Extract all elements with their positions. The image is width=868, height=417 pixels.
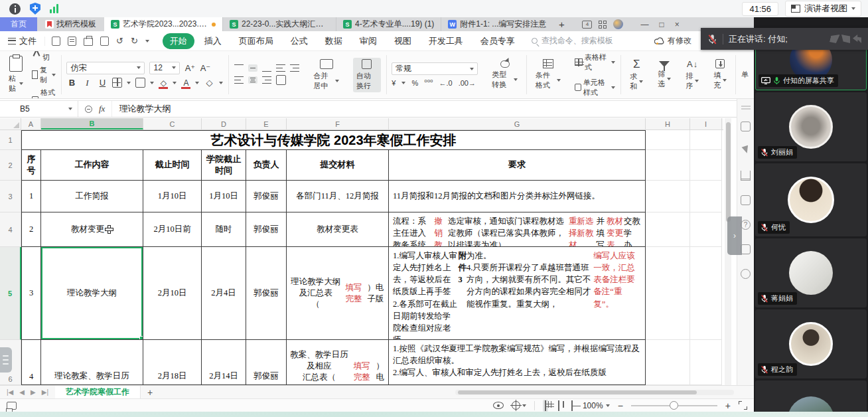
cell[interactable] xyxy=(690,150,722,181)
cell[interactable]: 教案、教学日历及相应 汇总表（填写完整）电 xyxy=(287,340,389,385)
header-cell[interactable]: 提交材料 xyxy=(287,150,389,181)
zoom-out-button[interactable]: − xyxy=(618,400,623,411)
ribbon-tab-devtools[interactable]: 开发工具 xyxy=(421,33,470,49)
account-avatar[interactable] xyxy=(613,19,623,29)
ribbon-tab-view[interactable]: 视图 xyxy=(387,33,419,49)
shading-button[interactable] xyxy=(135,78,145,88)
format-painter-button[interactable]: 格式刷 xyxy=(32,88,55,100)
horizontal-scrollbar-thumb[interactable] xyxy=(458,390,697,394)
col-header-E[interactable]: E xyxy=(246,118,287,129)
cell[interactable] xyxy=(690,340,722,385)
borders-button[interactable] xyxy=(112,78,122,88)
zoom-level[interactable]: 100% xyxy=(583,401,610,410)
horizontal-scrollbar[interactable] xyxy=(455,390,734,395)
next-sheet-button[interactable]: ▶ xyxy=(31,388,36,396)
panel-expand-handle[interactable]: › xyxy=(727,216,742,255)
snapshot-icon[interactable] xyxy=(741,195,751,205)
cell[interactable]: 教材变更表 xyxy=(287,212,389,247)
filter-button[interactable]: 筛选 xyxy=(654,60,674,90)
italic-button[interactable]: I xyxy=(82,78,92,88)
undo-icon[interactable]: ↺ xyxy=(116,37,123,45)
cell[interactable]: 2月14日 xyxy=(202,340,246,385)
cell[interactable] xyxy=(646,150,690,181)
modified-status[interactable]: 有修改 xyxy=(654,35,691,46)
align-right-button[interactable] xyxy=(262,76,271,84)
align-left-button[interactable] xyxy=(234,76,244,84)
name-box[interactable]: B5 xyxy=(0,101,78,117)
ribbon-tab-pagelayout[interactable]: 页面布局 xyxy=(232,33,281,49)
col-header-B[interactable]: B xyxy=(41,118,143,129)
justify-button[interactable] xyxy=(276,75,286,85)
doc-tab[interactable]: S 4-艺术专业单....19) (1) xyxy=(336,17,441,31)
cell[interactable]: 1月10日 xyxy=(143,181,202,212)
select-cursor-icon[interactable] xyxy=(741,146,751,156)
increase-decimal-button[interactable]: ←.0 xyxy=(439,79,452,87)
cell[interactable] xyxy=(646,247,690,340)
doc-tab[interactable]: W 附件1-1: ...编写安排注意 xyxy=(441,17,553,31)
cell[interactable]: 工作简报 xyxy=(41,181,143,212)
workspace-grid-icon[interactable] xyxy=(599,21,607,29)
row-header-2[interactable]: 2 xyxy=(0,150,21,181)
header-cell[interactable]: 负责人 xyxy=(246,150,287,181)
view-mode-button[interactable]: 演讲者视图 xyxy=(785,1,861,17)
number-format-select[interactable]: 常规 xyxy=(392,62,478,75)
table-style-button[interactable]: 表格样式 xyxy=(575,52,615,72)
doc-tab-active[interactable]: S 艺术学院2023...2023.1.6 xyxy=(104,17,222,31)
percent-button[interactable]: % xyxy=(411,79,418,87)
col-header-G[interactable]: G xyxy=(389,118,646,129)
align-top-button[interactable] xyxy=(234,64,244,72)
eye-protect-icon[interactable] xyxy=(493,402,504,409)
col-header-C[interactable]: C xyxy=(143,118,202,129)
skill-icon[interactable] xyxy=(741,269,751,279)
clear-format-button[interactable]: ◇ xyxy=(204,78,214,88)
align-middle-button[interactable] xyxy=(248,64,257,72)
cell[interactable]: 2 xyxy=(21,212,41,247)
col-header-H[interactable]: H xyxy=(646,118,690,129)
header-cell[interactable]: 序号 xyxy=(21,150,41,181)
page-break-view-button[interactable] xyxy=(569,400,575,412)
zoom-out-icon[interactable] xyxy=(85,106,92,113)
cell[interactable]: 1.编写人审核人审定人先打姓名上去，等返校后在纸质版上再手签 2.各系部可在截止… xyxy=(389,247,646,340)
font-name-select[interactable]: 仿宋 xyxy=(66,62,145,74)
export-icon[interactable] xyxy=(68,37,76,46)
ribbon-tab-member[interactable]: 会员专享 xyxy=(473,33,522,49)
type-convert-button[interactable]: 类型转换 xyxy=(488,59,521,91)
cell-style-button[interactable]: 单元格样式 xyxy=(575,78,615,98)
col-header-F[interactable]: F xyxy=(287,118,389,129)
doc-tab[interactable]: S 22-23-0...实践大纲汇总表 xyxy=(222,17,336,31)
minimize-button[interactable]: — xyxy=(640,20,648,29)
sum-button[interactable]: Σ 求和 xyxy=(626,57,646,93)
decrease-indent-button[interactable] xyxy=(276,64,285,72)
cell[interactable]: 3 xyxy=(21,247,41,340)
ribbon-tab-formula[interactable]: 公式 xyxy=(283,33,315,49)
header-cell[interactable]: 工作内容 xyxy=(41,150,143,181)
participant-tile[interactable]: 蒋娟娟 xyxy=(755,238,867,307)
row-header-4[interactable]: 4 xyxy=(0,212,21,247)
header-cell[interactable]: 截止时间 xyxy=(143,150,202,181)
launcher-icon[interactable] xyxy=(741,122,751,131)
maximize-button[interactable]: □ xyxy=(659,20,664,29)
header-cell[interactable]: 要求 xyxy=(389,150,646,181)
new-tab-button[interactable]: + xyxy=(553,17,570,31)
cell[interactable] xyxy=(646,130,690,150)
formula-input[interactable]: 理论教学大纲 xyxy=(112,101,177,117)
cell[interactable]: 理论教学大纲及汇总表 （填写完整）电子版 xyxy=(287,247,389,340)
vertical-scrollbar-thumb[interactable] xyxy=(726,122,731,222)
info-icon[interactable] xyxy=(9,3,21,15)
table-title-cell[interactable]: 艺术设计与传媒学院 2023年寒假工作安排 xyxy=(21,130,646,150)
font-color-button[interactable]: A xyxy=(181,79,190,87)
zoom-in-button[interactable]: + xyxy=(725,400,731,411)
decrease-font-button[interactable]: A⁻ xyxy=(200,63,210,73)
cell[interactable]: 郭俊丽 xyxy=(246,212,287,247)
row-header-5[interactable]: 5 xyxy=(0,247,21,340)
cell[interactable]: 各部门11月、12月简报 xyxy=(287,181,389,212)
cell[interactable] xyxy=(690,130,722,150)
cell[interactable]: 郭俊丽 xyxy=(246,340,287,385)
cell[interactable]: 1月10日 xyxy=(202,181,246,212)
currency-button[interactable]: ¥ xyxy=(392,79,396,87)
sort-button[interactable]: A↓ 排序 xyxy=(682,58,702,92)
cell[interactable]: 郭俊丽 xyxy=(246,247,287,340)
ribbon-tab-data[interactable]: 数据 xyxy=(318,33,350,49)
cell[interactable]: 郭俊丽 xyxy=(246,181,287,212)
ribbon-tab-review[interactable]: 审阅 xyxy=(352,33,384,49)
